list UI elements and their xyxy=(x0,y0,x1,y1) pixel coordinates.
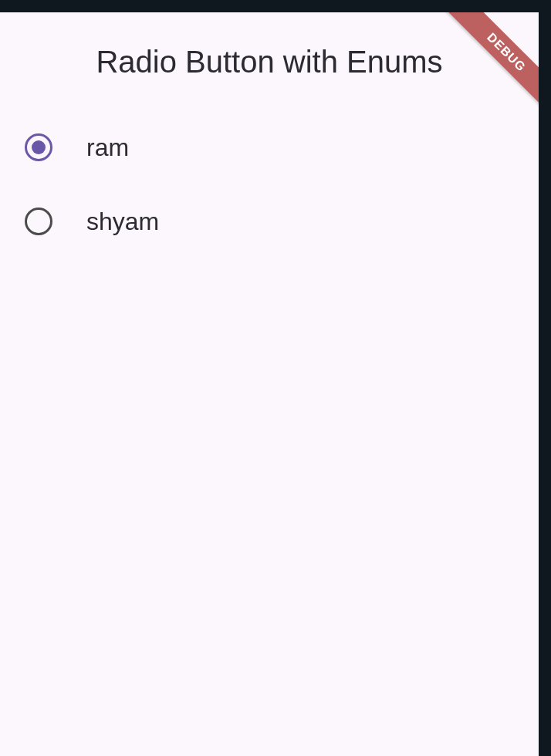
radio-label: shyam xyxy=(86,208,159,236)
page-title: Radio Button with Enums xyxy=(0,12,539,110)
radio-option-shyam[interactable]: shyam xyxy=(25,184,514,258)
radio-group: ram shyam xyxy=(0,110,539,258)
radio-icon xyxy=(25,133,52,161)
radio-label: ram xyxy=(86,133,129,162)
radio-icon xyxy=(25,208,52,235)
content-area: Radio Button with Enums ram shyam DEBUG xyxy=(0,12,539,756)
radio-option-ram[interactable]: ram xyxy=(25,110,514,184)
